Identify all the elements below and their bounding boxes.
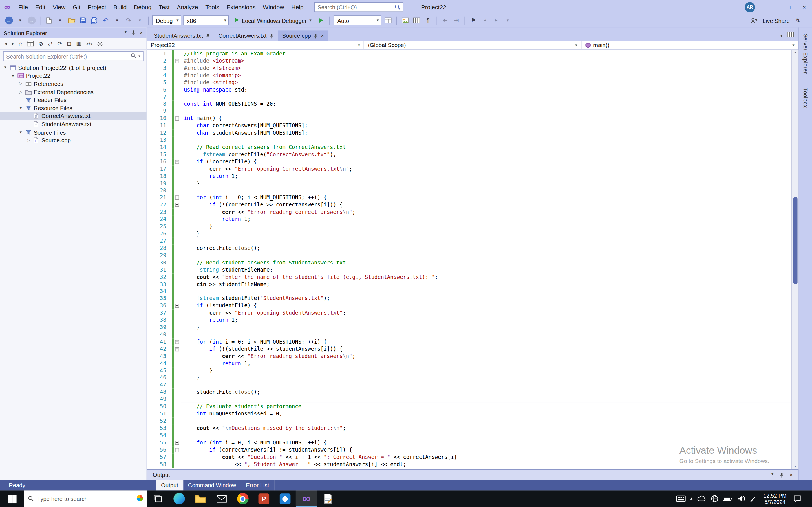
fold-toggle-icon[interactable]: − (175, 448, 179, 452)
vertical-scrollbar[interactable]: ▴ ▾ (792, 50, 799, 469)
code-line[interactable]: 27 (147, 237, 792, 245)
code-line[interactable]: 49 (147, 396, 792, 403)
breadcrumb-project22[interactable]: Project22▾ (147, 41, 364, 49)
mail-icon[interactable] (211, 490, 232, 507)
onedrive-icon[interactable] (697, 496, 706, 502)
code-line[interactable]: 17 cerr << "Error opening CorrectAnswers… (147, 165, 792, 173)
panel-tab-command-window[interactable]: Command Window (183, 480, 241, 490)
pin-icon[interactable] (131, 30, 136, 36)
photos-icon[interactable] (274, 490, 296, 507)
file-explorer-icon[interactable] (190, 490, 211, 507)
code-line[interactable]: 53 cout << "\nQuestions missed by the st… (147, 425, 792, 432)
code-line[interactable]: 42− if (!(studentFile >> studentAnswers[… (147, 346, 792, 353)
menu-window[interactable]: Window (259, 2, 288, 11)
chrome-icon[interactable] (232, 490, 253, 507)
code-line[interactable]: 1//This program is an Exam Grader (147, 50, 792, 57)
menu-build[interactable]: Build (110, 2, 130, 11)
refresh-icon[interactable]: ⟳ (57, 41, 62, 47)
taskbar-clock[interactable]: 12:52 PM 5/7/2024 (761, 493, 789, 505)
image-watch-icon[interactable] (400, 15, 410, 25)
code-line[interactable]: 36− if (!studentFile) { (147, 302, 792, 309)
menu-analyze[interactable]: Analyze (173, 2, 202, 11)
start-debugging-button[interactable]: Local Windows Debugger▾ (231, 15, 314, 25)
menu-git[interactable]: Git (69, 2, 84, 11)
expander-icon[interactable]: ▷ (17, 90, 24, 94)
quick-search-box[interactable] (314, 2, 403, 12)
new-file-dropdown-icon[interactable]: ▾ (56, 15, 65, 25)
expander-icon[interactable]: ▾ (17, 130, 24, 135)
touch-keyboard-icon[interactable] (676, 496, 686, 502)
pen-icon[interactable] (750, 496, 757, 502)
breadcrumb-main[interactable]: main()▾ (581, 41, 799, 49)
fold-toggle-icon[interactable]: − (175, 304, 179, 308)
code-line[interactable]: 54 (147, 432, 792, 439)
volume-icon[interactable] (738, 496, 746, 502)
tool-window-tab-server-explorer[interactable]: Server Explorer (802, 34, 809, 73)
fold-toggle-icon[interactable]: − (175, 117, 179, 121)
code-line[interactable]: 7 (147, 94, 792, 101)
pending-changes-filter-icon[interactable]: ⊘ (38, 41, 43, 47)
tab-source-cpp[interactable]: Source.cpp× (278, 31, 328, 41)
code-line[interactable]: 38 return 1; (147, 317, 792, 324)
expander-icon[interactable]: ▷ (17, 81, 24, 86)
code-line[interactable]: 48 studentFile.close(); (147, 389, 792, 396)
code-line[interactable]: 4#include <iomanip> (147, 72, 792, 79)
solution-explorer-search-box[interactable]: ▾ (3, 51, 144, 61)
expander-icon[interactable]: ▾ (17, 106, 24, 110)
menu-tools[interactable]: Tools (202, 2, 223, 11)
tree-item-source-files[interactable]: ▾Source Files (0, 128, 147, 136)
code-editor[interactable]: 1//This program is an Exam Grader2−#incl… (147, 50, 799, 469)
undo-icon[interactable]: ↶ (101, 15, 110, 25)
code-line[interactable]: 26 } (147, 230, 792, 237)
code-line[interactable]: 12 char studentAnswers[NUM_QUESTIONS]; (147, 129, 792, 136)
indent-increase-icon[interactable]: ⇥ (452, 15, 461, 25)
next-bookmark-icon[interactable]: ▸ (492, 15, 501, 25)
tree-item-correctanswers-txt[interactable]: CorrectAnswers.txt (0, 112, 147, 120)
sync-with-active-document-icon[interactable]: ⇄ (48, 41, 53, 47)
code-line[interactable]: 55− for (int i = 0; i < NUM_QUESTIONS; +… (147, 439, 792, 446)
fold-toggle-icon[interactable]: − (175, 196, 179, 200)
search-icon[interactable] (131, 53, 137, 59)
scrollbar-thumb[interactable] (794, 197, 798, 284)
forward-icon[interactable]: ▸ (11, 41, 14, 46)
visual-studio-icon[interactable]: ∞ (296, 490, 317, 507)
code-line[interactable]: 6using namespace std; (147, 86, 792, 94)
live-share-icon[interactable] (749, 15, 759, 25)
tool-window-tab-toolbox[interactable]: Toolbox (802, 88, 809, 108)
close-icon[interactable]: × (790, 472, 793, 478)
panel-tab-error-list[interactable]: Error List (241, 480, 274, 490)
back-icon[interactable]: ◂ (5, 41, 7, 46)
close-window-button[interactable]: × (797, 0, 812, 14)
menu-test[interactable]: Test (155, 2, 173, 11)
code-line[interactable]: 30 // Read student answers from StudentA… (147, 259, 792, 267)
fold-toggle-icon[interactable]: − (175, 160, 179, 164)
solution-explorer-search-input[interactable] (6, 53, 129, 59)
start-without-debugging-icon[interactable] (317, 15, 326, 25)
code-line[interactable]: 14 // Read correct answers from CorrectA… (147, 144, 792, 151)
previous-bookmark-icon[interactable]: ◂ (480, 15, 490, 25)
bookmark-icon[interactable]: ⚑ (469, 15, 478, 25)
expander-icon[interactable]: ▾ (10, 73, 16, 78)
menu-extensions[interactable]: Extensions (223, 2, 259, 11)
code-line[interactable]: 9 (147, 108, 792, 115)
menu-view[interactable]: View (49, 2, 69, 11)
maximize-button[interactable]: □ (781, 0, 797, 14)
properties-icon[interactable] (97, 41, 103, 47)
code-line[interactable]: 23 cerr << "Error reading correct answer… (147, 209, 792, 216)
search-options-chevron-icon[interactable]: ▾ (139, 54, 140, 58)
panel-tab-output[interactable]: Output (156, 480, 184, 490)
code-line[interactable]: 45 } (147, 367, 792, 374)
code-icon[interactable]: </> (86, 41, 92, 46)
navigate-back-dropdown-icon[interactable]: ▾ (15, 15, 25, 25)
code-line[interactable]: 18 return 1; (147, 173, 792, 180)
powerpoint-icon[interactable]: P (253, 490, 274, 507)
indent-decrease-icon[interactable]: ⇤ (441, 15, 450, 25)
notepad-icon[interactable] (317, 490, 338, 507)
code-line[interactable]: 33 cin >> studentFileName; (147, 281, 792, 288)
code-line[interactable]: 34 (147, 288, 792, 295)
code-line[interactable]: 24 return 1; (147, 216, 792, 223)
active-documents-dropdown-icon[interactable]: ▾ (780, 32, 782, 38)
code-line[interactable]: 29 (147, 252, 792, 259)
pin-icon[interactable] (313, 33, 318, 39)
edge-icon[interactable] (168, 490, 190, 507)
